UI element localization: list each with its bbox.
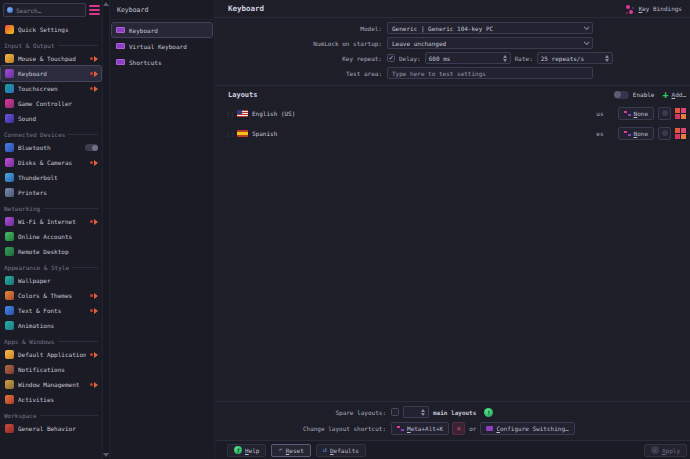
apply-button[interactable]: ✓ Apply (644, 444, 687, 457)
subpanel-item-shortcuts[interactable]: Shortcuts (112, 55, 212, 69)
key-bindings-label: Key Bindings (639, 5, 682, 12)
variant-label: None (634, 130, 648, 137)
numlock-value: Leave unchanged (392, 40, 446, 47)
sidebar-scrollbar[interactable] (103, 0, 110, 459)
delay-spinbox[interactable]: 600 ms (425, 52, 511, 64)
sidebar-item-thunderbolt[interactable]: Thunderbolt (1, 170, 101, 185)
sidebar-item-text-fonts[interactable]: Text & Fonts (1, 303, 101, 318)
sidebar-item-activities[interactable]: Activities (1, 392, 101, 407)
spare-layouts-checkbox[interactable] (391, 408, 399, 416)
sidebar-item-label: Activities (18, 396, 98, 403)
reset-button[interactable]: ↶ Reset (271, 444, 310, 457)
sidebar-item-bluetooth[interactable]: Bluetooth (1, 140, 101, 155)
sidebar-item-printers[interactable]: Printers (1, 185, 101, 200)
wifi-internet-icon (5, 217, 14, 226)
game-controller-icon (5, 99, 14, 108)
bluetooth-toggle[interactable] (85, 144, 98, 151)
sidebar-item-default-applications[interactable]: Default Applications (1, 347, 101, 362)
sidebar-item-notifications[interactable]: Notifications (1, 362, 101, 377)
layouts-empty-area (215, 143, 690, 401)
sidebar-item-label: Window Management (18, 381, 86, 388)
subpanel-item-virtual-keyboard[interactable]: Virtual Keyboard (112, 39, 212, 53)
spinner-arrows-icon[interactable] (421, 409, 425, 416)
scroll-up-icon[interactable] (103, 2, 109, 6)
defaults-icon: ↺ (323, 447, 327, 454)
sidebar-item-label: Thunderbolt (18, 174, 98, 181)
defaults-label: Defaults (330, 447, 359, 454)
rate-spinbox[interactable]: 25 repeats/s (537, 52, 613, 64)
sidebar-item-colors-themes[interactable]: Colors & Themes (1, 288, 101, 303)
sidebar-item-wi-fi-internet[interactable]: Wi-Fi & Internet (1, 214, 101, 229)
keyboard-icon (5, 69, 14, 78)
sidebar-item-disks-cameras[interactable]: Disks & Cameras (1, 155, 101, 170)
subpanel-list: KeyboardVirtual KeyboardShortcuts (110, 20, 214, 72)
variant-button[interactable]: None (618, 127, 654, 140)
model-combobox[interactable]: Generic | Generic 104-key PC (387, 22, 593, 34)
sidebar-item-label: Animations (18, 322, 98, 329)
help-button[interactable]: ? Help (227, 444, 266, 457)
layout-map-icon[interactable] (675, 108, 686, 119)
activities-icon (5, 395, 14, 404)
default-applications-icon (5, 350, 14, 359)
info-icon: ! (484, 408, 493, 417)
keyboard-form: Model: Generic | Generic 104-key PC NumL… (215, 18, 690, 85)
spinner-arrows-icon[interactable] (605, 55, 609, 62)
layout-name: Spanish (252, 130, 592, 137)
sidebar-item-label: Notifications (18, 366, 98, 373)
numlock-combobox[interactable]: Leave unchanged (387, 37, 593, 49)
scroll-down-icon[interactable] (103, 453, 109, 457)
spare-layouts-spinbox[interactable] (403, 406, 429, 418)
sidebar-item-label: Default Applications (18, 351, 86, 358)
drag-handle-icon[interactable]: ⋮⋮ (225, 110, 233, 117)
layouts-title: Layouts (228, 91, 614, 99)
printers-icon (5, 188, 14, 197)
add-layout-button[interactable]: + Add… (663, 91, 687, 99)
test-area-input[interactable]: Type here to test settings (387, 67, 593, 79)
sidebar-item-wallpaper[interactable]: Wallpaper (1, 273, 101, 288)
expand-arrow-icon (90, 293, 98, 299)
layout-map-icon[interactable] (675, 128, 686, 139)
sidebar-list: Quick SettingsInput & OutputMouse & Touc… (0, 20, 102, 459)
shortcut-keys-icon (397, 426, 404, 431)
sidebar-item-online-accounts[interactable]: Online Accounts (1, 229, 101, 244)
sidebar-item-touchscreen[interactable]: Touchscreen (1, 81, 101, 96)
subcategory-panel: Keyboard KeyboardVirtual KeyboardShortcu… (110, 0, 215, 459)
configure-switching-button[interactable]: Configure Switching… (480, 422, 574, 435)
sidebar-item-general-behavior[interactable]: General Behavior (1, 421, 101, 436)
sidebar-item-label: Game Controller (18, 100, 98, 107)
search-input[interactable]: Search… (3, 3, 86, 17)
us-flag-icon (237, 110, 248, 117)
menu-icon[interactable] (89, 5, 100, 15)
sidebar-item-window-management[interactable]: Window Management (1, 377, 101, 392)
preview-layout-button[interactable] (658, 107, 671, 120)
expand-arrow-icon (90, 308, 98, 314)
sidebar-item-mouse-touchpad[interactable]: Mouse & Touchpad (1, 51, 101, 66)
main-layouts-label: main layouts (433, 409, 476, 416)
layouts-enable-toggle[interactable] (614, 91, 629, 99)
preview-layout-button[interactable] (658, 127, 671, 140)
sidebar-item-label: Printers (18, 189, 98, 196)
variant-icon (624, 131, 631, 136)
sidebar-item-sound[interactable]: Sound (1, 111, 101, 126)
defaults-button[interactable]: ↺ Defaults (316, 444, 366, 457)
variant-button[interactable]: None (618, 107, 654, 120)
subpanel-item-keyboard[interactable]: Keyboard (112, 23, 212, 37)
mouse-touchpad-icon (5, 54, 14, 63)
sidebar-item-remote-desktop[interactable]: Remote Desktop (1, 244, 101, 259)
bluetooth-icon (5, 143, 14, 152)
sidebar-item-game-controller[interactable]: Game Controller (1, 96, 101, 111)
sidebar-item-animations[interactable]: Animations (1, 318, 101, 333)
key-repeat-checkbox[interactable]: ✓ (387, 54, 395, 62)
drag-handle-icon[interactable]: ⋮⋮ (225, 130, 233, 137)
keyboard-icon (116, 43, 125, 49)
configure-icon (486, 426, 493, 431)
main-panel: Keyboard Key Bindings Model: Generic | G… (215, 0, 690, 459)
spinner-arrows-icon[interactable] (503, 55, 507, 62)
key-bindings-button[interactable]: Key Bindings (622, 3, 686, 15)
help-icon: ? (234, 446, 242, 454)
sidebar-item-keyboard[interactable]: Keyboard (1, 66, 101, 81)
layout-code: us (596, 110, 603, 117)
clear-shortcut-button[interactable]: ✕ (452, 422, 465, 435)
shortcut-button[interactable]: Meta+Alt+K (391, 422, 449, 435)
sidebar-item-quick-settings[interactable]: Quick Settings (1, 22, 101, 37)
